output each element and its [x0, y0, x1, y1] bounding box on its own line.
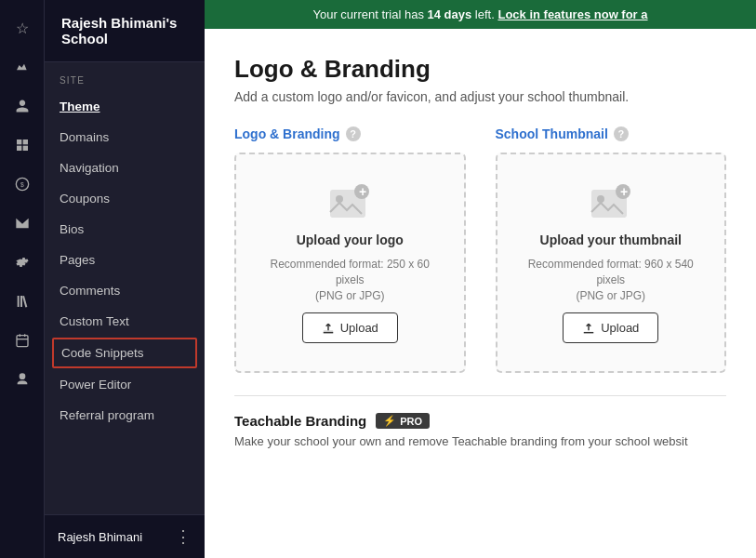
svg-text:+: +: [359, 184, 366, 199]
pro-lightning-icon: ⚡: [383, 415, 396, 427]
trial-text-before: Your current trial has: [312, 7, 427, 21]
logo-help-icon[interactable]: ?: [346, 126, 361, 141]
svg-rect-3: [22, 146, 27, 151]
logo-placeholder-icon: +: [326, 182, 373, 223]
svg-rect-1: [22, 140, 27, 144]
svg-rect-0: [17, 140, 21, 144]
logo-upload-title: Upload your logo: [297, 232, 404, 247]
sidebar-item-theme[interactable]: Theme: [45, 91, 205, 122]
logo-upload-box: + Upload your logo Recommended format: 2…: [234, 153, 466, 373]
logo-section: Logo & Branding ? + Upload your logo: [234, 126, 466, 373]
svg-rect-7: [20, 296, 22, 307]
sidebar-item-referral-program[interactable]: Referral program: [45, 400, 205, 431]
sidebar-item-pages[interactable]: Pages: [45, 245, 205, 275]
library-icon[interactable]: [6, 285, 39, 318]
sidebar-item-bios[interactable]: Bios: [45, 214, 205, 245]
site-section-label: SITE: [45, 62, 205, 91]
settings-icon[interactable]: [6, 246, 39, 279]
revenue-icon[interactable]: $: [6, 167, 39, 201]
svg-rect-6: [17, 296, 19, 307]
person-alert-icon[interactable]: [6, 363, 39, 396]
mail-icon[interactable]: [6, 206, 39, 240]
page-title: Logo & Branding: [234, 55, 726, 84]
thumbnail-help-icon[interactable]: ?: [614, 126, 629, 141]
analytics-icon[interactable]: [6, 50, 39, 84]
thumbnail-placeholder-icon: +: [588, 182, 634, 223]
sidebar-nav: SITE Theme Domains Navigation Coupons Bi…: [45, 62, 205, 514]
calendar-icon[interactable]: [6, 324, 39, 357]
teachable-header: Teachable Branding ⚡ PRO: [234, 413, 726, 429]
teachable-description: Make your school your own and remove Tea…: [234, 434, 726, 448]
more-options-icon[interactable]: ⋮: [175, 526, 192, 547]
logo-upload-button[interactable]: Upload: [302, 312, 398, 343]
pro-badge: ⚡ PRO: [376, 413, 430, 429]
sidebar-item-coupons[interactable]: Coupons: [45, 183, 205, 214]
sidebar-icon-rail: ☆ $: [0, 0, 45, 558]
sidebar: ☆ $ Rajesh Bhimani's School: [0, 0, 205, 558]
teachable-title: Teachable Branding: [234, 413, 366, 429]
thumbnail-upload-title: Upload your thumbnail: [540, 232, 682, 247]
logo-section-title: Logo & Branding ?: [234, 126, 466, 141]
sidebar-item-comments[interactable]: Comments: [45, 275, 205, 306]
sidebar-item-custom-text[interactable]: Custom Text: [45, 306, 205, 337]
thumbnail-section: School Thumbnail ? + Upload your thumbna: [496, 126, 727, 373]
trial-days: 14 days: [428, 7, 472, 21]
trial-lock-link[interactable]: Lock in features now for a: [497, 7, 647, 21]
sidebar-item-power-editor[interactable]: Power Editor: [45, 369, 205, 400]
layout-icon[interactable]: [6, 128, 39, 162]
sidebar-item-navigation[interactable]: Navigation: [45, 153, 205, 183]
sidebar-footer: Rajesh Bhimani ⋮: [45, 514, 205, 558]
branding-grid: Logo & Branding ? + Upload your logo: [234, 126, 726, 373]
logo-upload-rec: Recommended format: 250 x 60 pixels(PNG …: [255, 257, 445, 303]
teachable-branding-section: Teachable Branding ⚡ PRO Make your schoo…: [234, 395, 726, 448]
pro-label: PRO: [400, 416, 422, 427]
trial-banner: Your current trial has 14 days left. Loc…: [205, 0, 756, 29]
thumbnail-upload-box: + Upload your thumbnail Recommended form…: [496, 153, 727, 373]
svg-text:+: +: [620, 184, 628, 199]
user-name: Rajesh Bhimani: [58, 530, 142, 544]
thumbnail-upload-button[interactable]: Upload: [563, 312, 658, 343]
trial-text-after: left.: [471, 7, 497, 21]
sidebar-item-domains[interactable]: Domains: [45, 122, 205, 153]
thumbnail-upload-rec: Recommended format: 960 x 540 pixels(PNG…: [516, 257, 707, 303]
svg-rect-2: [17, 146, 21, 151]
svg-rect-8: [17, 336, 28, 347]
thumbnail-section-title: School Thumbnail ?: [496, 126, 727, 141]
page-content: Logo & Branding Add a custom logo and/or…: [205, 29, 756, 558]
main-content: Your current trial has 14 days left. Loc…: [205, 0, 756, 558]
page-subtitle: Add a custom logo and/or favicon, and ad…: [234, 89, 726, 104]
sidebar-item-code-snippets[interactable]: Code Snippets: [52, 338, 197, 368]
school-name: Rajesh Bhimani's School: [45, 0, 205, 62]
star-icon[interactable]: ☆: [6, 11, 39, 45]
people-icon[interactable]: [6, 89, 39, 123]
svg-text:$: $: [20, 181, 24, 188]
